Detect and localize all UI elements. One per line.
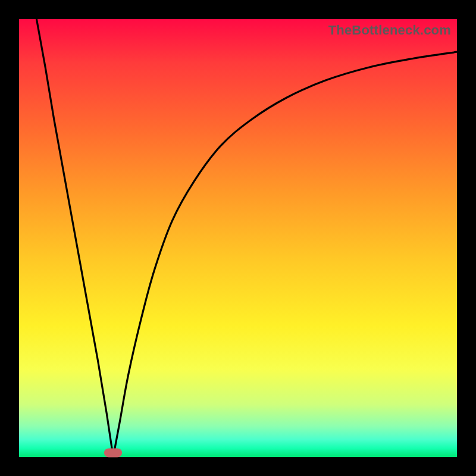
watermark-text: TheBottleneck.com: [328, 23, 451, 38]
chart-frame: TheBottleneck.com: [0, 0, 476, 476]
plot-area: TheBottleneck.com: [19, 19, 457, 457]
min-marker: [104, 448, 122, 457]
curve-svg: [19, 19, 457, 457]
curve-path: [36, 19, 457, 457]
